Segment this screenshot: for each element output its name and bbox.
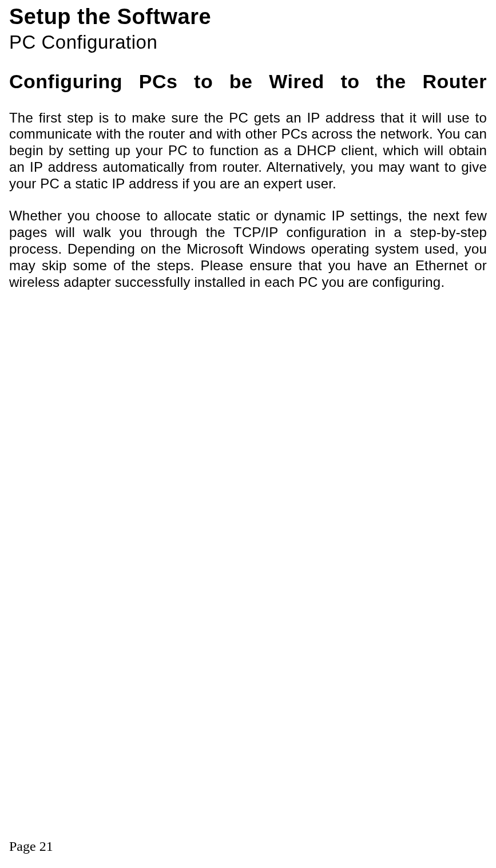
body-paragraph-0: The first step is to make sure the PC ge… (9, 110, 487, 192)
page-footer: Page 21 (9, 839, 53, 854)
chapter-title: Setup the Software (9, 5, 487, 29)
sub-title: Configuring PCs to be Wired to the Route… (9, 69, 487, 94)
body-paragraph-1: Whether you choose to allocate static or… (9, 208, 487, 290)
section-title: PC Configuration (9, 31, 487, 53)
